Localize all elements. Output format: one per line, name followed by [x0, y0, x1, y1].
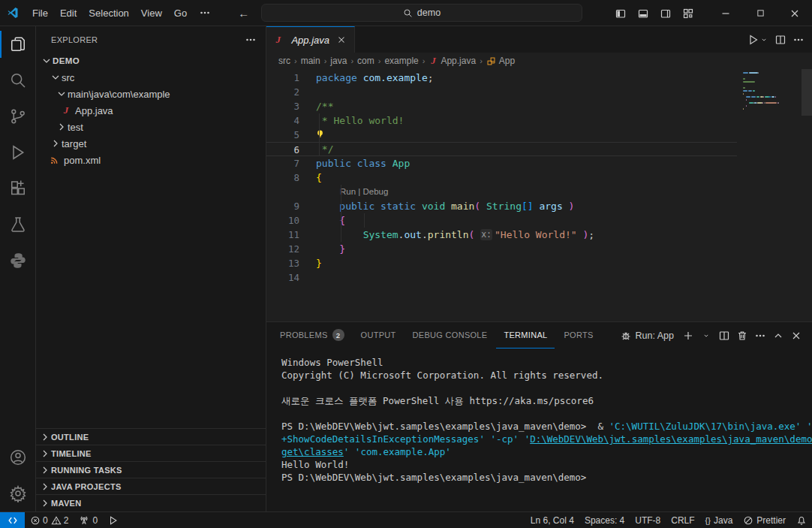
cursor-position[interactable]: Ln 6, Col 4 — [525, 512, 579, 528]
tab-app-java[interactable]: J App.java — [266, 26, 355, 53]
explorer-actions-icon[interactable] — [245, 34, 257, 46]
tree-item-test[interactable]: test — [36, 119, 266, 135]
panel-tab-problems[interactable]: PROBLEMS2 — [272, 322, 352, 348]
activity-run-debug[interactable] — [0, 134, 36, 170]
panel-tab-debug-console[interactable]: DEBUG CONSOLE — [405, 322, 495, 348]
terminal-text: '-XX: — [807, 421, 812, 432]
toggle-sidebar-icon[interactable] — [609, 0, 632, 26]
terminal-file-link[interactable]: D:\WebDEV\Web\jwt.samples\examples\java_… — [530, 433, 812, 445]
activity-python[interactable] — [0, 243, 36, 279]
kill-terminal-button[interactable] — [734, 327, 750, 345]
split-editor-button[interactable] — [773, 31, 788, 49]
codelens-run-debug[interactable]: Run | Debug — [340, 185, 388, 199]
tab-close-icon[interactable] — [334, 32, 348, 47]
toggle-panel-icon[interactable] — [632, 0, 654, 26]
accounts-button[interactable] — [0, 439, 36, 475]
minimap[interactable] — [743, 72, 797, 114]
settings-button[interactable] — [0, 475, 36, 511]
close-window-button[interactable] — [777, 0, 812, 26]
breadcrumb-example[interactable]: example — [384, 56, 418, 66]
panel-tab-label: PROBLEMS — [280, 330, 328, 339]
eol-sequence[interactable]: CRLF — [666, 512, 699, 528]
toggle-secondary-sidebar-icon[interactable] — [654, 0, 677, 26]
tab-label: App.java — [291, 35, 329, 46]
terminal-text: PS D:\WebDEV\Web\jwt.samples\examples\ja… — [281, 472, 586, 483]
maximize-panel-button[interactable] — [770, 327, 786, 345]
activity-testing[interactable] — [0, 207, 36, 243]
menu-file[interactable]: File — [26, 5, 54, 22]
breadcrumb-com[interactable]: com — [357, 56, 374, 66]
section-java-projects[interactable]: JAVA PROJECTS — [36, 478, 266, 495]
menu-more[interactable] — [193, 4, 217, 22]
code-text: { — [316, 170, 322, 185]
vscode-window: FileEditSelectionViewGo ← → demo — [0, 0, 812, 528]
breadcrumb-java[interactable]: java — [330, 56, 347, 66]
terminal-session[interactable]: Run: App — [620, 330, 674, 342]
activity-search[interactable] — [0, 62, 36, 98]
close-panel-button[interactable] — [788, 327, 804, 345]
tree-item-app-java[interactable]: JApp.java — [36, 102, 266, 119]
debug-status[interactable] — [103, 512, 124, 528]
section-maven[interactable]: MAVEN — [36, 495, 266, 511]
breadcrumb-app-java[interactable]: JApp.java — [429, 55, 476, 67]
panel-actions: Run: App — [618, 322, 804, 348]
bell-icon — [796, 515, 807, 526]
terminal-profile-dropdown[interactable] — [698, 327, 714, 345]
indentation[interactable]: Spaces: 4 — [579, 512, 630, 528]
activity-extensions[interactable] — [0, 170, 36, 207]
breadcrumb-label: main — [301, 56, 320, 66]
menu-selection[interactable]: Selection — [83, 5, 134, 22]
breadcrumb-main[interactable]: main — [301, 56, 320, 66]
panel-tab-ports[interactable]: PORTS — [556, 322, 600, 348]
chevron-down-icon — [50, 71, 62, 83]
breadcrumb-src[interactable]: src — [278, 56, 290, 66]
remote-indicator[interactable] — [0, 512, 25, 528]
chevron-right-icon — [39, 464, 51, 476]
notifications-bell[interactable] — [791, 512, 812, 528]
go-back-icon[interactable]: ← — [238, 7, 249, 20]
chevron-down-icon — [702, 331, 711, 340]
chevron-up-icon — [772, 330, 784, 342]
section-timeline[interactable]: TIMELINE — [36, 445, 266, 462]
minimize-button[interactable] — [708, 0, 743, 26]
tree-item-src[interactable]: src — [36, 69, 266, 86]
code-token — [474, 228, 480, 242]
encoding[interactable]: UTF-8 — [630, 512, 666, 528]
run-java-button[interactable] — [746, 31, 770, 49]
code-token: App — [392, 156, 410, 170]
split-terminal-button[interactable] — [716, 327, 732, 345]
activity-explorer[interactable] — [0, 26, 36, 62]
lightbulb-icon[interactable] — [314, 128, 326, 140]
ports-status[interactable]: 0 — [74, 512, 103, 528]
code-token: ; — [588, 228, 594, 242]
editor-more-actions[interactable] — [791, 31, 806, 49]
section-outline[interactable]: OUTLINE — [36, 429, 266, 445]
terminal-file-link[interactable]: get\classes — [281, 446, 344, 457]
chevron-right-icon — [56, 121, 68, 133]
editor-scrollbar[interactable] — [801, 69, 812, 116]
code-line: 6 */ — [266, 142, 737, 156]
menu-edit[interactable]: Edit — [54, 5, 83, 22]
language-mode[interactable]: {}Java — [700, 512, 738, 528]
breadcrumb-app[interactable]: App — [486, 56, 515, 66]
maximize-button[interactable] — [743, 0, 777, 26]
menu-go[interactable]: Go — [168, 5, 193, 22]
explorer-sidebar: EXPLORER DEMOsrcmain\java\com\exampleJAp… — [36, 26, 266, 511]
panel-more-actions[interactable] — [752, 327, 768, 345]
new-terminal-button[interactable] — [680, 327, 696, 345]
python-icon — [9, 252, 27, 270]
section-running-tasks[interactable]: RUNNING TASKS — [36, 462, 266, 478]
activity-source-control[interactable] — [0, 98, 36, 134]
tree-item-target[interactable]: target — [36, 135, 266, 152]
formatter-status[interactable]: Prettier — [738, 512, 791, 528]
tree-item-demo[interactable]: DEMO — [36, 53, 266, 69]
panel-tab-output[interactable]: OUTPUT — [353, 322, 404, 348]
customize-layout-icon[interactable] — [677, 0, 699, 26]
menu-view[interactable]: View — [135, 5, 168, 22]
tree-item-pom-xml[interactable]: pom.xml — [36, 152, 266, 168]
panel-tab-terminal[interactable]: TERMINAL — [496, 322, 555, 348]
tree-item-main-java-com-example[interactable]: main\java\com\example — [36, 86, 266, 102]
terminal-text — [519, 433, 525, 445]
problems-status[interactable]: 0 2 — [25, 512, 74, 528]
command-center-search[interactable]: demo — [261, 4, 582, 22]
